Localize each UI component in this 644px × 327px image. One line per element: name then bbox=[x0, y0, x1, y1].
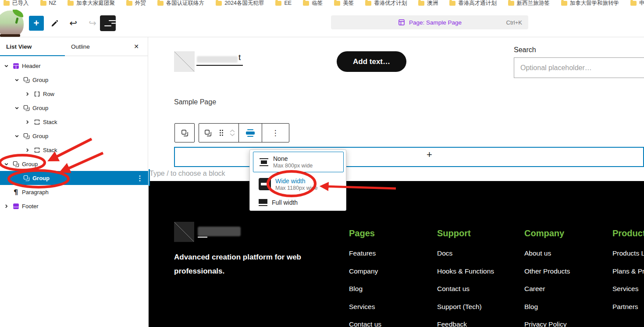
command-palette[interactable]: Page: Sample Page Ctrl+K bbox=[331, 15, 528, 29]
footer-link[interactable]: Support (Tech) bbox=[437, 303, 520, 310]
footer-link[interactable]: Blog bbox=[349, 285, 432, 292]
tree-row-row[interactable]: Row bbox=[0, 87, 148, 101]
footer-link[interactable]: Privacy Policy bbox=[524, 320, 608, 327]
empty-paragraph-placeholder[interactable]: Type / to choose a block bbox=[149, 170, 225, 178]
block-options-button[interactable]: ⋮ bbox=[262, 124, 289, 142]
folder-icon bbox=[303, 1, 309, 6]
block-mover[interactable] bbox=[226, 129, 238, 136]
align-full-option[interactable]: Full width bbox=[253, 195, 344, 210]
chevron-down-icon[interactable] bbox=[3, 62, 10, 69]
footer-link[interactable]: Blog bbox=[524, 303, 608, 310]
bookmark-item[interactable]: 已导入 bbox=[4, 0, 29, 6]
select-parent-group-button[interactable] bbox=[174, 123, 195, 142]
tree-row-group[interactable]: Group bbox=[0, 101, 148, 115]
align-dropdown-button[interactable] bbox=[239, 124, 262, 142]
footer-column-support: Support Docs Hooks & Functions Contact u… bbox=[437, 227, 520, 327]
chevron-right-icon[interactable] bbox=[24, 90, 31, 97]
chevron-down-icon[interactable] bbox=[13, 132, 20, 139]
align-wide-icon bbox=[259, 178, 271, 190]
redo-button[interactable]: ↪ bbox=[85, 16, 100, 31]
footer-link[interactable]: Plans & Pricing bbox=[612, 267, 644, 274]
row-options-icon[interactable]: ⋮ bbox=[136, 174, 144, 182]
footer-link[interactable]: Contact us bbox=[349, 320, 432, 327]
bookmark-item[interactable]: 新西兰旅游签 bbox=[508, 0, 550, 6]
footer-link[interactable]: Career bbox=[524, 285, 608, 292]
bookmark-item[interactable]: EE bbox=[275, 0, 292, 6]
bookmark-item[interactable]: 申根 bbox=[630, 0, 644, 6]
align-none-icon bbox=[259, 158, 269, 166]
footer-link[interactable]: Partners bbox=[612, 303, 644, 310]
bookmark-item[interactable]: NZ bbox=[40, 0, 57, 6]
site-title-visible-char: t bbox=[238, 53, 241, 62]
search-label: Search bbox=[514, 46, 536, 54]
footer-link[interactable]: Company bbox=[349, 267, 432, 274]
footer-link[interactable]: Services bbox=[349, 303, 432, 310]
close-list-view-button[interactable]: ✕ bbox=[129, 37, 143, 56]
row-block-icon bbox=[32, 89, 41, 98]
add-text-button[interactable]: Add text… bbox=[337, 51, 406, 72]
tree-row-stack[interactable]: Stack bbox=[0, 115, 148, 129]
tree-row-header[interactable]: Header bbox=[0, 59, 148, 73]
footer-link[interactable]: Features bbox=[349, 249, 432, 256]
footer-link[interactable]: Hooks & Functions bbox=[437, 267, 520, 274]
command-palette-label: Page: Sample Page bbox=[409, 19, 462, 26]
chevron-down-icon[interactable] bbox=[13, 76, 20, 83]
search-input[interactable] bbox=[514, 57, 644, 78]
folder-icon bbox=[275, 1, 281, 6]
block-appender-plus[interactable]: + bbox=[427, 149, 432, 160]
tab-outline[interactable]: Outline bbox=[65, 37, 130, 56]
site-icon[interactable] bbox=[0, 10, 25, 37]
group-block-icon bbox=[11, 160, 20, 168]
footer-link[interactable]: Products List bbox=[612, 249, 644, 256]
document-overview-button[interactable] bbox=[100, 15, 116, 31]
tree-row-group[interactable]: Group bbox=[0, 129, 148, 143]
tab-list-view[interactable]: List View bbox=[0, 37, 65, 56]
group-block-icon bbox=[22, 75, 31, 84]
tree-row-group[interactable]: Group bbox=[0, 73, 148, 87]
site-logo-placeholder[interactable] bbox=[174, 51, 195, 72]
block-type-button[interactable] bbox=[199, 124, 217, 142]
bookmark-item[interactable]: 美签 bbox=[334, 0, 354, 6]
bookmark-item[interactable]: 加拿大家庭团聚 bbox=[68, 0, 115, 6]
footer-link[interactable]: Docs bbox=[437, 249, 520, 256]
footer-template-icon bbox=[11, 202, 20, 210]
bookmark-item[interactable]: 各国认证联络方 bbox=[157, 0, 205, 6]
chevron-right-icon[interactable] bbox=[3, 203, 10, 210]
tree-row-stack[interactable]: Stack bbox=[0, 143, 148, 157]
chevron-right-icon[interactable] bbox=[24, 118, 31, 125]
folder-icon bbox=[334, 1, 340, 6]
bookmark-item[interactable]: 澳洲 bbox=[418, 0, 438, 6]
tree-row-footer[interactable]: Footer bbox=[0, 199, 148, 213]
selected-group-block[interactable] bbox=[174, 147, 644, 167]
block-inserter-button[interactable]: + bbox=[29, 16, 44, 31]
bookmark-item[interactable]: 香港优才计划 bbox=[365, 0, 407, 6]
folder-icon bbox=[40, 1, 46, 6]
tree-row-group-annotated[interactable]: Group bbox=[0, 157, 148, 171]
chevron-down-icon[interactable] bbox=[3, 160, 10, 167]
footer-link[interactable]: Other Products bbox=[524, 267, 608, 274]
tree-row-paragraph[interactable]: ¶ Paragraph bbox=[0, 185, 148, 199]
footer-link[interactable]: Contact us bbox=[437, 285, 520, 292]
footer-link[interactable]: Services bbox=[612, 285, 644, 292]
footer-link[interactable]: About us bbox=[524, 249, 608, 256]
footer-link[interactable]: Feedback bbox=[437, 320, 520, 327]
bookmark-item[interactable]: 2024各国无犯罪 bbox=[216, 0, 264, 6]
bookmark-item[interactable]: 外贸 bbox=[126, 0, 146, 6]
folder-icon bbox=[68, 1, 74, 6]
chevron-right-icon[interactable] bbox=[24, 146, 31, 153]
move-down-icon bbox=[230, 133, 235, 136]
align-none-option[interactable]: None Max 800px wide bbox=[253, 152, 344, 172]
align-full-icon bbox=[259, 199, 267, 206]
browser-bookmarks-bar: 已导入 NZ 加拿大家庭团聚 外贸 各国认证联络方 2024各国无犯罪 EE 临… bbox=[0, 0, 644, 6]
bookmark-item[interactable]: 香港高才通计划 bbox=[449, 0, 497, 6]
drag-handle[interactable] bbox=[217, 124, 226, 142]
footer-column-pages: Pages Features Company Blog Services Con… bbox=[349, 227, 432, 327]
tree-row-group-selected[interactable]: Group ⋮ bbox=[0, 171, 148, 185]
bookmark-item[interactable]: 加拿大留学和旅转学 bbox=[561, 0, 619, 6]
folder-icon bbox=[216, 1, 222, 6]
bookmark-item[interactable]: 临签 bbox=[303, 0, 323, 6]
chevron-down-icon[interactable] bbox=[13, 104, 20, 111]
undo-button[interactable]: ↩ bbox=[66, 16, 81, 31]
tools-button[interactable] bbox=[47, 16, 62, 31]
align-wide-option[interactable]: Wide width Max 1180px wide bbox=[253, 174, 344, 194]
